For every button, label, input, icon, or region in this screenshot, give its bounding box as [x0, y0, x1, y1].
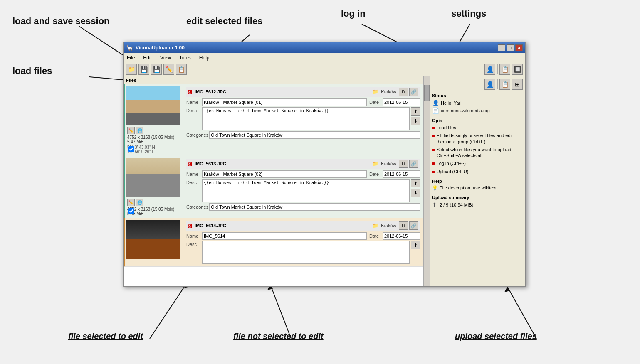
copy-action-3[interactable]: 🗋: [399, 221, 408, 230]
menu-view[interactable]: View: [158, 54, 173, 61]
edit-icon-1[interactable]: ✏️: [127, 127, 135, 134]
label-log-in: log in: [341, 8, 366, 19]
menu-file[interactable]: File: [125, 54, 136, 61]
upload-summary-row: ⬆ 2 / 9 (10.94 MiB): [432, 202, 523, 208]
window-title: VicuñaUploader 1.00: [136, 45, 185, 51]
file-meta-1: ✏️ 🌐 4752 x 3168 (15.05 Mpix) 5.47 MiB 5…: [126, 127, 185, 154]
grid-button[interactable]: 🔲: [512, 64, 523, 75]
grid-view-button[interactable]: ⊞: [512, 79, 523, 90]
desc-label-2: Desc: [186, 179, 202, 202]
svg-line-14: [507, 287, 536, 339]
copy-button[interactable]: 📋: [176, 64, 187, 75]
date-input-1[interactable]: [383, 98, 420, 106]
svg-line-12: [270, 285, 291, 339]
info-button[interactable]: 📋: [499, 64, 510, 75]
right-panel: 👤 📋 ⊞ Status 👤 Hello, Yarl! 📄 commons.wi…: [430, 76, 525, 286]
desc-up-btn-2[interactable]: ⬆: [411, 179, 420, 187]
link-action-3[interactable]: 🔗: [409, 221, 418, 230]
minimize-button[interactable]: _: [498, 44, 505, 51]
copy-action-1[interactable]: 🗋: [399, 88, 408, 96]
user-icon-button[interactable]: 👤: [484, 79, 495, 90]
save-button[interactable]: 💾: [138, 64, 149, 75]
name-input-1[interactable]: [202, 98, 367, 106]
help-section: Help 💡 File description, use wikitext.: [432, 179, 523, 191]
opis-item-3: ■ Select which files you want to upload,…: [432, 147, 523, 159]
cats-row-1: Categories: [186, 131, 420, 139]
files-panel: Files ✏️ 🌐 4752 x 3168 (15.05 Mpix): [124, 76, 424, 286]
desc-row-2: Desc {{en|Houses in Old Town Market Squa…: [186, 179, 420, 202]
edit-icon-2[interactable]: ✏️: [127, 199, 135, 206]
clipboard-button[interactable]: 📋: [499, 79, 510, 90]
desc-textarea-1[interactable]: {{en|Houses in Old Town Market Square in…: [202, 107, 410, 130]
app-window: 🦙 VicuñaUploader 1.00 _ □ ✕ File Edit Vi…: [123, 42, 526, 287]
desc-textarea-3[interactable]: [202, 241, 410, 264]
file-checkbox-2[interactable]: [128, 208, 134, 214]
date-label-1: Date: [369, 100, 383, 105]
content-area: Files ✏️ 🌐 4752 x 3168 (15.05 Mpix): [124, 76, 525, 286]
opis-icon-5: ■: [432, 169, 435, 174]
folder-icon-1: 📁: [372, 89, 378, 95]
file-thumbnail-2: [126, 158, 180, 197]
label-file-not-selected-to-edit: file not selected to edit: [233, 332, 324, 341]
date-input-2[interactable]: [383, 170, 420, 178]
opis-text-2: Fill fields singly or select files and e…: [437, 133, 523, 145]
file-item-1: ✏️ 🌐 4752 x 3168 (15.05 Mpix) 5.47 MiB 5…: [124, 84, 423, 156]
desc-label-1: Desc: [186, 107, 202, 130]
maximize-button[interactable]: □: [507, 44, 514, 51]
file-checkbox-1[interactable]: [128, 146, 134, 152]
cats-input-2[interactable]: [209, 203, 420, 211]
cats-row-2: Categories: [186, 203, 420, 211]
file-item-2: ✏️ 🌐 4752 x 3168 (15.05 Mpix) 5.48 MiB 🖼…: [124, 156, 423, 218]
desc-down-btn-2[interactable]: ⬇: [411, 189, 420, 197]
location-icon-1[interactable]: 🌐: [136, 127, 143, 134]
filename-2: IMG_5613.JPG: [195, 161, 370, 166]
desc-textarea-2[interactable]: {{en|Houses in Old Town Market Square in…: [202, 179, 410, 202]
name-input-3[interactable]: [202, 232, 367, 240]
location-icon-2[interactable]: 🌐: [136, 199, 143, 206]
folder-icon-2: 📁: [372, 161, 378, 167]
opis-icon-1: ■: [432, 125, 435, 130]
rt-separator: [497, 79, 498, 89]
file-gps-1: 50° 3' 43.03" N19° 56' 9.26" E: [127, 145, 185, 154]
cats-input-1[interactable]: [209, 131, 420, 139]
menu-help[interactable]: Help: [198, 54, 211, 61]
site-icon: 📄: [432, 107, 439, 114]
desc-up-btn-3[interactable]: ⬆: [411, 241, 420, 249]
open-files-button[interactable]: 📁: [126, 64, 137, 75]
opis-text-1: Load files: [437, 125, 456, 130]
name-row-2: Name Date: [186, 170, 420, 178]
user-status-row: 👤 Hello, Yarl!: [432, 100, 523, 106]
cats-label-1: Categories: [186, 133, 209, 138]
file-dimensions-1: 4752 x 3168 (15.05 Mpix): [127, 135, 185, 140]
app-icon: 🦙: [126, 44, 133, 51]
desc-down-btn-1[interactable]: ⬇: [411, 117, 420, 125]
date-input-3[interactable]: [383, 232, 420, 240]
save-as-button[interactable]: 💾: [151, 64, 162, 75]
copy-action-2[interactable]: 🗋: [399, 160, 408, 168]
link-action-1[interactable]: 🔗: [409, 88, 418, 96]
opis-title: Opis: [432, 118, 523, 123]
file-thumbnail-3: [126, 220, 180, 259]
close-button[interactable]: ✕: [515, 44, 523, 51]
site-link[interactable]: commons.wikimedia.org: [441, 108, 490, 113]
files-list: ✏️ 🌐 4752 x 3168 (15.05 Mpix) 5.47 MiB 5…: [124, 84, 423, 285]
opis-icon-3: ■: [432, 147, 435, 152]
user-button[interactable]: 👤: [484, 64, 495, 75]
menu-edit[interactable]: Edit: [141, 54, 153, 61]
filename-1: IMG_5612.JPG: [195, 89, 370, 94]
file-thumb-col-3: [126, 220, 185, 265]
edit-button[interactable]: ✏️: [163, 64, 174, 75]
menu-tools[interactable]: Tools: [178, 54, 193, 61]
upload-summary-text: 2 / 9 (10.94 MiB): [440, 202, 473, 207]
name-input-2[interactable]: [202, 170, 367, 178]
scrollbar[interactable]: [424, 76, 430, 286]
scrollbar-thumb[interactable]: [424, 85, 430, 101]
files-label: Files: [124, 76, 423, 84]
link-action-2[interactable]: 🔗: [409, 160, 418, 168]
file-thumb-col-2: ✏️ 🌐 4752 x 3168 (15.05 Mpix) 5.48 MiB: [126, 158, 185, 216]
name-label-2: Name: [186, 172, 202, 177]
file-size-1: 5.47 MiB: [127, 140, 185, 144]
label-file-selected-to-edit: file selected to edit: [68, 332, 143, 341]
desc-row-3: Desc ⬆: [186, 241, 420, 264]
desc-up-btn-1[interactable]: ⬆: [411, 107, 420, 116]
